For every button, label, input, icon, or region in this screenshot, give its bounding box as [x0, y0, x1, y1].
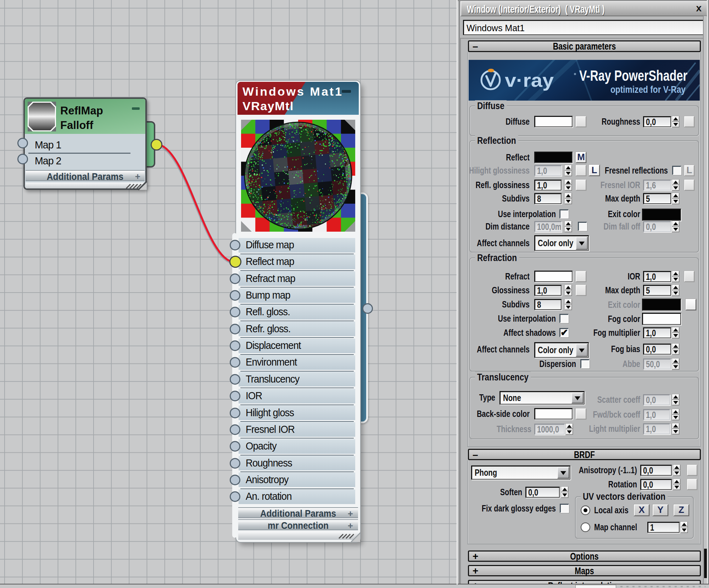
- svg-text:v·ray: v·ray: [505, 69, 554, 91]
- svg-text:optimized for V-Ray: optimized for V-Ray: [610, 84, 686, 95]
- svg-text:V-Ray PowerShader: V-Ray PowerShader: [579, 67, 687, 84]
